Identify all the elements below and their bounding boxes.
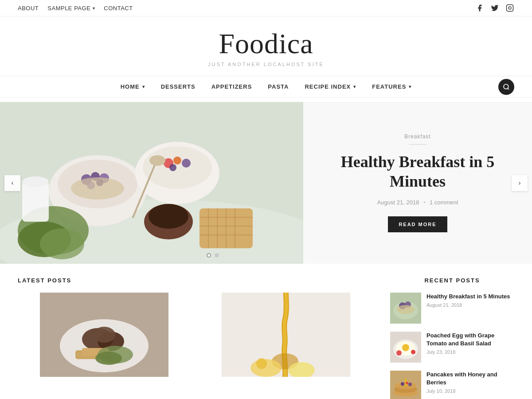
site-header: Foodica JUST ANOTHER LOCALHOST SITE (0, 16, 532, 76)
recent-post-thumb-3 (390, 371, 421, 399)
svg-point-36 (149, 155, 165, 166)
nav-appetizers[interactable]: APPETIZERS (203, 76, 260, 97)
svg-point-19 (169, 164, 176, 171)
nav-features[interactable]: FEATURES ▾ (364, 76, 419, 97)
hero-content: Breakfast Healthy Breakfast in 5 Minutes… (303, 102, 532, 264)
hero-slider: Breakfast Healthy Breakfast in 5 Minutes… (0, 102, 532, 264)
read-more-button[interactable]: READ MORE (388, 216, 447, 232)
top-navigation: ABOUT SAMPLE PAGE ▾ CONTACT (0, 0, 532, 16)
slider-dot-1[interactable] (207, 253, 211, 258)
nav-pasta[interactable]: PASTA (260, 76, 297, 97)
svg-point-34 (22, 176, 49, 187)
svg-point-68 (401, 382, 404, 386)
home-chevron-icon: ▾ (142, 84, 145, 89)
sidebar: RECENT POSTS Healthy Breakfast in 5 Minu… (390, 277, 514, 399)
hero-image (0, 102, 319, 264)
social-links (475, 4, 514, 12)
svg-point-61 (402, 344, 409, 351)
nav-home[interactable]: HOME ▾ (113, 76, 153, 97)
svg-point-57 (397, 305, 415, 314)
nav-recipe-index[interactable]: RECIPE INDEX ▾ (297, 76, 364, 97)
svg-point-17 (173, 156, 181, 164)
facebook-icon[interactable] (475, 4, 484, 12)
hero-comments: 1 comment (430, 199, 458, 206)
site-tagline: JUST ANOTHER LOCALHOST SITE (18, 62, 514, 67)
svg-point-13 (71, 177, 124, 200)
svg-point-70 (408, 383, 412, 386)
svg-point-29 (149, 204, 188, 229)
svg-point-32 (40, 228, 84, 259)
svg-line-3 (508, 88, 509, 90)
top-nav-about[interactable]: ABOUT (18, 5, 39, 12)
instagram-icon[interactable] (505, 4, 514, 12)
latest-posts-title: LATEST POSTS (18, 277, 372, 284)
sample-page-label: SAMPLE PAGE (47, 5, 90, 12)
features-chevron-icon: ▾ (409, 84, 411, 89)
content-area: LATEST POSTS (0, 264, 532, 399)
recent-post-date-3: July 10, 2018 (426, 388, 514, 394)
main-content: LATEST POSTS (18, 277, 372, 399)
recent-post-thumb-1 (390, 293, 421, 324)
main-nav-items: HOME ▾ DESSERTS APPETIZERS PASTA RECIPE … (113, 76, 420, 97)
hero-meta: August 21, 2018 ● 1 comment (377, 199, 458, 206)
twitter-icon[interactable] (490, 4, 499, 12)
hero-food-image (0, 102, 319, 264)
svg-point-2 (504, 84, 509, 89)
hero-divider (409, 144, 426, 145)
sample-page-chevron-icon: ▾ (93, 6, 95, 11)
post-card-2[interactable] (200, 293, 372, 377)
recent-post-date-1: August 21, 2018 (426, 302, 514, 308)
top-nav-contact[interactable]: CONTACT (104, 5, 133, 12)
svg-point-42 (93, 327, 115, 343)
recent-post-item-3[interactable]: Pancakes with Honey and Berries July 10,… (390, 371, 514, 399)
slider-dots (207, 253, 219, 258)
svg-point-62 (396, 350, 402, 356)
nav-desserts[interactable]: DESSERTS (153, 76, 203, 97)
posts-grid (18, 293, 372, 377)
recent-post-title-3: Pancakes with Honey and Berries (426, 371, 514, 387)
svg-point-18 (182, 159, 191, 168)
svg-point-63 (411, 350, 415, 354)
post-image-1 (18, 293, 191, 377)
main-navigation: HOME ▾ DESSERTS APPETIZERS PASTA RECIPE … (0, 76, 532, 98)
svg-rect-33 (22, 182, 49, 222)
post-card-1[interactable] (18, 293, 191, 377)
recent-post-info-3: Pancakes with Honey and Berries July 10,… (426, 371, 514, 394)
recent-post-title-1: Healthy Breakfast in 5 Minutes (426, 293, 514, 301)
hero-title: Healthy Breakfast in 5 Minutes (325, 153, 510, 191)
recent-post-info-2: Poached Egg with Grape Tomato and Basil … (426, 332, 514, 355)
recent-post-info-1: Healthy Breakfast in 5 Minutes August 21… (426, 293, 514, 308)
recipe-index-chevron-icon: ▾ (353, 84, 356, 89)
svg-point-69 (406, 382, 408, 384)
top-nav-sample-page[interactable]: SAMPLE PAGE ▾ (47, 5, 95, 12)
recent-post-thumb-2 (390, 332, 421, 363)
svg-point-52 (256, 358, 267, 369)
recent-post-title-2: Poached Egg with Grape Tomato and Basil … (426, 332, 514, 348)
recent-post-item-1[interactable]: Healthy Breakfast in 5 Minutes August 21… (390, 293, 514, 324)
recent-posts-title: RECENT POSTS (390, 277, 514, 284)
top-nav-links: ABOUT SAMPLE PAGE ▾ CONTACT (18, 5, 133, 12)
search-button[interactable] (498, 79, 514, 95)
hero-date: August 21, 2018 (377, 199, 419, 206)
slider-dot-2[interactable] (215, 253, 219, 258)
svg-rect-0 (507, 5, 513, 12)
slider-prev-button[interactable]: ‹ (4, 175, 20, 191)
post-image-2 (200, 293, 372, 377)
svg-point-46 (95, 352, 122, 365)
recent-post-date-2: July 23, 2018 (426, 349, 514, 355)
site-title: Foodica (18, 30, 514, 58)
hero-category: Breakfast (404, 133, 431, 140)
recent-post-item-2[interactable]: Poached Egg with Grape Tomato and Basil … (390, 332, 514, 363)
hero-meta-dot: ● (423, 201, 425, 203)
slider-next-button[interactable]: › (512, 175, 528, 191)
